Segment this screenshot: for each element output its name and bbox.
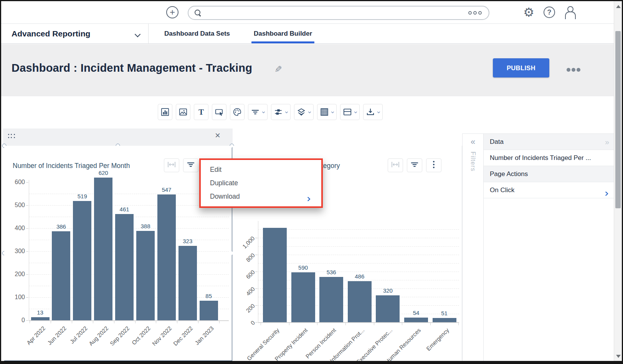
menu-item-download[interactable]: Download xyxy=(201,190,321,203)
chevron-down-icon[interactable] xyxy=(354,110,357,114)
bar-sep-2022[interactable] xyxy=(115,214,134,320)
app-menu[interactable]: Advanced Reporting xyxy=(12,24,90,44)
width-resize-button[interactable] xyxy=(388,158,403,172)
bar-jun-2022[interactable] xyxy=(52,231,70,320)
chart-filter-button[interactable] xyxy=(407,158,422,172)
bar-nov-2022[interactable] xyxy=(157,194,176,320)
x-axis-tick xyxy=(114,321,114,323)
bar-information-prot[interactable] xyxy=(348,281,372,322)
filter-lines-icon xyxy=(250,107,260,117)
chevron-down-icon[interactable] xyxy=(331,110,334,114)
bar-value-label: 320 xyxy=(376,287,399,294)
more-options-icon[interactable] xyxy=(567,68,580,72)
scroll-down-icon[interactable] xyxy=(616,355,621,358)
bar-apr-2022[interactable] xyxy=(31,317,50,320)
search-input[interactable] xyxy=(205,10,464,16)
bar-jul-2022[interactable] xyxy=(73,201,91,320)
x-axis-tick xyxy=(402,323,402,325)
chevron-down-icon[interactable] xyxy=(377,110,380,114)
settings-gear-icon[interactable]: ⚙ xyxy=(523,6,534,18)
panel-row-number-of-incidents-triaged-per[interactable]: Number of Incidents Triaged Per ... xyxy=(484,150,615,166)
bar-executive-protec[interactable] xyxy=(376,295,400,322)
bar-value-label: 85 xyxy=(197,293,220,299)
panel-row-page-actions[interactable]: Page Actions xyxy=(484,166,615,182)
insert-chart-button[interactable] xyxy=(158,104,172,120)
bar-oct-2022[interactable] xyxy=(136,231,155,320)
widget-drag-strip[interactable]: × xyxy=(3,128,233,146)
bar-person-incident[interactable] xyxy=(319,277,343,322)
search-bar[interactable] xyxy=(188,6,489,20)
chevron-down-icon[interactable] xyxy=(307,110,311,114)
collapse-right-icon[interactable]: » xyxy=(605,134,609,150)
chevron-down-icon[interactable] xyxy=(261,110,265,114)
chart-filter-button[interactable] xyxy=(183,158,198,172)
top-bar: + ⚙ ? xyxy=(1,1,622,23)
bar-dec-2022[interactable] xyxy=(178,246,197,320)
add-icon[interactable]: + xyxy=(166,6,178,18)
x-axis-label: Sep 2022 xyxy=(109,325,131,347)
width-resize-button[interactable] xyxy=(164,158,179,172)
x-axis-tick xyxy=(374,323,374,325)
layers-button[interactable] xyxy=(294,104,314,120)
search-overflow-dots-icon[interactable] xyxy=(468,11,482,15)
chart-panel-incidents-per-month[interactable]: Number of Incidents Triaged Per Month 01… xyxy=(4,146,232,361)
bar-general-security[interactable] xyxy=(263,228,287,322)
y-axis-label: 500 xyxy=(7,202,25,209)
gridline xyxy=(258,280,459,280)
bar-value-label: 486 xyxy=(348,273,371,280)
y-axis-tick xyxy=(26,320,28,321)
selection-border-bottom xyxy=(4,361,232,361)
layers-icon xyxy=(296,107,306,117)
x-axis-tick xyxy=(289,323,289,325)
filter-lines-icon xyxy=(410,160,420,171)
chevron-down-icon[interactable] xyxy=(284,110,288,114)
gridline xyxy=(29,194,229,194)
bar-property-incident[interactable] xyxy=(291,272,315,322)
x-axis-tick xyxy=(430,323,431,325)
x-axis-tick xyxy=(30,321,30,323)
panel-row-on-click[interactable]: On Click xyxy=(484,182,615,198)
x-axis-label: Jan 2023 xyxy=(193,325,215,346)
x-axis-tick xyxy=(72,321,72,323)
publish-button[interactable]: PUBLISH xyxy=(493,58,549,77)
grid-button[interactable] xyxy=(317,104,337,120)
style-palette-button[interactable] xyxy=(230,104,245,120)
menu-item-duplicate[interactable]: Duplicate xyxy=(201,176,321,190)
bar-human-resources[interactable] xyxy=(404,318,428,322)
y-axis-tick xyxy=(26,297,28,298)
tab-dashboard-data-sets[interactable]: Dashboard Data Sets xyxy=(164,24,230,44)
bar-value-label: 590 xyxy=(292,264,315,271)
bar-jan-2023[interactable] xyxy=(200,301,218,320)
gridline xyxy=(258,272,459,272)
panel-row-label: On Click xyxy=(490,186,514,194)
bar-emergency[interactable] xyxy=(433,318,456,322)
chevron-down-icon[interactable] xyxy=(135,31,141,38)
insert-text-button[interactable]: T xyxy=(194,104,208,120)
drag-handle-icon[interactable] xyxy=(8,134,16,139)
panel-row-label: Page Actions xyxy=(490,170,528,178)
vertical-scrollbar[interactable] xyxy=(614,1,622,361)
collapse-left-icon[interactable]: « xyxy=(463,137,483,147)
filter-button[interactable] xyxy=(248,104,268,120)
edit-pencil-icon[interactable]: ✎ xyxy=(274,64,282,75)
download-button[interactable] xyxy=(363,104,383,120)
chart-more-options-button[interactable] xyxy=(426,158,441,172)
distribute-button[interactable] xyxy=(271,104,291,120)
scroll-up-icon[interactable] xyxy=(616,5,621,8)
menu-item-edit[interactable]: Edit xyxy=(201,163,321,176)
layout-button[interactable] xyxy=(340,104,360,120)
download-icon xyxy=(365,107,375,117)
scrollbar-thumb[interactable] xyxy=(615,31,621,208)
select-shape-button[interactable] xyxy=(212,104,226,120)
panel-row-data[interactable]: Data» xyxy=(484,134,615,150)
bar-aug-2022[interactable] xyxy=(94,178,112,320)
x-axis-label: Person Incident xyxy=(304,327,337,360)
filter-lines-icon xyxy=(186,160,196,171)
y-axis-label: 600 xyxy=(245,268,256,280)
user-profile-icon[interactable] xyxy=(564,6,576,18)
close-icon[interactable]: × xyxy=(215,130,220,141)
help-icon[interactable]: ? xyxy=(544,7,555,18)
tab-dashboard-builder[interactable]: Dashboard Builder xyxy=(254,24,312,44)
insert-image-button[interactable] xyxy=(176,104,190,120)
bar-value-label: 536 xyxy=(320,269,343,275)
